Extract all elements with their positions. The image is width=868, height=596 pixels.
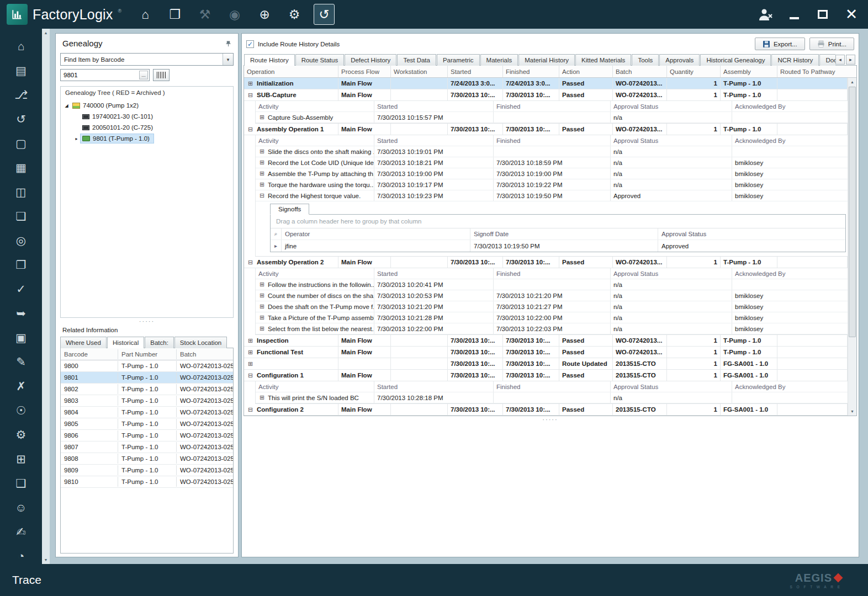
- activity-row[interactable]: ⊞Slide the discs onto the shaft making .…: [256, 146, 848, 157]
- badge-card-icon[interactable]: ▣: [0, 326, 42, 350]
- grid-splitter-handle[interactable]: ·····: [242, 416, 859, 423]
- expand-icon[interactable]: ⊞: [258, 159, 266, 166]
- activity-col-header-activity[interactable]: Activity: [256, 135, 374, 146]
- expand-icon[interactable]: ⊞: [247, 349, 254, 355]
- documentation-icon[interactable]: ❏: [0, 204, 42, 228]
- tab-material-history[interactable]: Material History: [518, 54, 575, 66]
- related-row[interactable]: 9804T-Pump - 1.0WO-07242013-0258: [61, 407, 233, 418]
- signoff-row[interactable]: ▸jfine7/30/2013 10:19:50 PMApproved: [271, 240, 845, 252]
- activity-row[interactable]: ⊞Follow the instructions in the followin…: [256, 279, 848, 290]
- tree-item[interactable]: 740000 (Pump 1x2): [70, 100, 143, 110]
- barcode-input[interactable]: [61, 72, 139, 78]
- expand-icon[interactable]: ⊞: [258, 171, 266, 177]
- scroll-down-icon[interactable]: ▼: [848, 407, 856, 416]
- related-row[interactable]: 9802T-Pump - 1.0WO-07242013-0258: [61, 384, 233, 395]
- panel-splitter-handle[interactable]: ·····: [59, 318, 235, 325]
- document-search-icon[interactable]: ◎: [0, 228, 42, 253]
- activity-col-header-activity[interactable]: Activity: [256, 381, 374, 392]
- tree-expander-icon[interactable]: ◢: [63, 103, 70, 108]
- column-header-quantity[interactable]: Quantity: [667, 66, 721, 77]
- tab-test-data[interactable]: Test Data: [397, 54, 436, 66]
- activity-row[interactable]: ⊞Record the Lot Code UID (Unique Ide...7…: [256, 157, 848, 168]
- home-icon[interactable]: ⌂: [0, 34, 42, 58]
- operation-row[interactable]: ⊞InitializationMain Flow7/24/2013 3:0...…: [244, 78, 848, 89]
- scroll-up-icon[interactable]: ▲: [848, 78, 856, 86]
- column-header-process-flow[interactable]: Process Flow: [338, 66, 391, 77]
- activity-col-header-started[interactable]: Started: [374, 135, 494, 146]
- user-signout-icon[interactable]: [755, 6, 775, 23]
- web-button[interactable]: ⊕: [254, 4, 275, 25]
- scrollbar-thumb[interactable]: [849, 87, 856, 337]
- scroll-up-icon[interactable]: ▲: [42, 31, 50, 35]
- expand-icon[interactable]: ⊞: [258, 326, 266, 332]
- quality-check-icon[interactable]: ✓: [0, 277, 42, 301]
- tab-materials[interactable]: Materials: [480, 54, 518, 66]
- activity-col-header-activity[interactable]: Activity: [256, 101, 374, 111]
- copy-pages-icon[interactable]: ❐: [0, 253, 42, 277]
- expand-icon[interactable]: ⊞: [247, 81, 254, 87]
- related-col-header-part-number[interactable]: Part Number: [118, 349, 177, 359]
- report-chart-icon[interactable]: ◔: [0, 544, 42, 564]
- expand-icon[interactable]: ⊞: [258, 315, 266, 321]
- export-button[interactable]: Export...: [755, 38, 805, 50]
- column-header-finished[interactable]: Finished: [503, 66, 559, 77]
- activity-col-header-activity[interactable]: Activity: [256, 268, 374, 279]
- locations-button[interactable]: ◉: [224, 4, 245, 25]
- tab-route-status[interactable]: Route Status: [295, 54, 344, 66]
- operation-row[interactable]: ⊞7/30/2013 10:...7/30/2013 10:...Route U…: [244, 358, 848, 370]
- activity-col-header-finished[interactable]: Finished: [494, 135, 611, 146]
- activity-col-header-acknowledged-by[interactable]: Acknowledged By: [732, 381, 848, 392]
- tab-defect-history[interactable]: Defect History: [345, 54, 396, 66]
- tree-expander-icon[interactable]: ▸: [73, 136, 80, 141]
- signoffs-tab[interactable]: Signoffs: [270, 204, 309, 215]
- operation-row[interactable]: ⊟Assembly Operation 1Main Flow7/30/2013 …: [244, 124, 848, 135]
- expand-icon[interactable]: ⊞: [258, 148, 266, 155]
- activity-row[interactable]: ⊞Assemble the T-Pump by attaching th...7…: [256, 168, 848, 179]
- collapse-icon[interactable]: ⊟: [247, 259, 254, 265]
- tab-kitted-materials[interactable]: Kitted Materials: [575, 54, 631, 66]
- barcode-scan-button[interactable]: [153, 69, 170, 81]
- tab-documents[interactable]: Documents: [819, 54, 835, 66]
- related-row[interactable]: 9800T-Pump - 1.0WO-07242013-0258: [61, 360, 233, 372]
- scroll-down-icon[interactable]: ▼: [42, 558, 50, 562]
- include-details-checkbox[interactable]: ✓ Include Route History Details: [246, 40, 340, 48]
- related-tab-historical[interactable]: Historical: [107, 337, 144, 348]
- related-row[interactable]: 9806T-Pump - 1.0WO-07242013-0258: [61, 430, 233, 441]
- collapse-icon[interactable]: ⊟: [247, 372, 254, 379]
- column-header-started[interactable]: Started: [448, 66, 503, 77]
- collapse-icon[interactable]: ⊟: [247, 126, 254, 132]
- tree-item[interactable]: 19740021-30 (C-101): [80, 111, 157, 121]
- operation-row[interactable]: ⊟Configuration 1Main Flow7/30/2013 10:..…: [244, 370, 848, 381]
- pin-icon[interactable]: [225, 40, 231, 47]
- operation-row[interactable]: ⊞InspectionMain Flow7/30/2013 10:...7/30…: [244, 335, 848, 347]
- column-header-operation[interactable]: Operation: [244, 66, 338, 77]
- related-col-header-batch[interactable]: Batch: [177, 349, 233, 359]
- expand-icon[interactable]: ⊞: [247, 361, 254, 367]
- browse-button[interactable]: ...: [139, 71, 148, 79]
- process-flow-icon[interactable]: ⎇: [0, 83, 42, 107]
- expand-icon[interactable]: ⊞: [258, 395, 266, 401]
- activity-col-header-acknowledged-by[interactable]: Acknowledged By: [732, 101, 848, 111]
- home-button[interactable]: ⌂: [135, 4, 156, 25]
- signoff-col-header-approval-status[interactable]: Approval Status: [658, 228, 845, 240]
- collapse-icon[interactable]: ⊟: [247, 407, 254, 413]
- activity-row[interactable]: ⊞Torque the hardware using the torqu...7…: [256, 179, 848, 190]
- column-header-action[interactable]: Action: [559, 66, 613, 77]
- vertical-scrollbar[interactable]: ▲ ▼: [848, 78, 856, 416]
- related-row[interactable]: 9803T-Pump - 1.0WO-07242013-0258: [61, 395, 233, 407]
- expand-icon[interactable]: ⊞: [258, 182, 266, 188]
- find-mode-dropdown[interactable]: Find Item by Barcode ▾: [60, 53, 234, 66]
- scrollbar-track[interactable]: [848, 86, 856, 407]
- expand-icon[interactable]: ⊞: [247, 338, 254, 344]
- close-button[interactable]: ✕: [841, 6, 861, 23]
- tab-scroll-right-button[interactable]: ▸: [846, 55, 855, 65]
- trace-icon[interactable]: ↺: [0, 107, 42, 131]
- activity-col-header-acknowledged-by[interactable]: Acknowledged By: [732, 268, 848, 279]
- activity-col-header-started[interactable]: Started: [374, 268, 494, 279]
- operator-time-icon[interactable]: ☉: [0, 398, 42, 423]
- warehouse-icon[interactable]: ◫: [0, 180, 42, 204]
- configuration-search-icon[interactable]: ⚙: [0, 423, 42, 447]
- column-header-assembly[interactable]: Assembly: [721, 66, 777, 77]
- collapse-icon[interactable]: ⊟: [247, 92, 254, 98]
- activity-col-header-approval-status[interactable]: Approval Status: [611, 135, 732, 146]
